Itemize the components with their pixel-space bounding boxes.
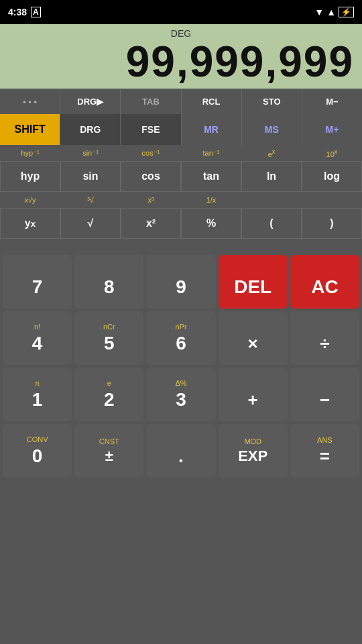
exp-button[interactable]: MOD EXP <box>219 424 288 478</box>
btn-5[interactable]: nCr 5 <box>74 311 143 365</box>
sto-button[interactable]: STO <box>242 89 302 115</box>
sin-inv-label: sin⁻¹ <box>60 149 121 158</box>
rparen-button[interactable]: ) <box>302 208 362 239</box>
drg-arrow-button[interactable]: DRG▶ <box>60 89 121 115</box>
btn-9-main: 9 <box>176 276 186 298</box>
mplus-button[interactable]: M+ <box>302 114 362 145</box>
percent-button[interactable]: % <box>181 208 241 239</box>
btn-1-main: 1 <box>32 389 43 411</box>
plus-main: + <box>248 390 258 411</box>
status-bar: 4:38 A ▼ ▲ ⚡ <box>0 0 362 24</box>
exp-sub: MOD <box>244 437 261 446</box>
ac-main: AC <box>311 276 338 298</box>
numpad-row-4: CONV 0 CNST ± . MOD EXP ANS = <box>3 424 359 478</box>
btn-4-main: 4 <box>32 333 43 354</box>
equals-main: = <box>320 446 330 467</box>
tan-inv-label: tan⁻¹ <box>181 149 241 158</box>
mminus-button[interactable]: M− <box>302 89 362 115</box>
plusminus-sub: CNST <box>99 437 119 446</box>
fse-button[interactable]: FSE <box>121 114 181 145</box>
btn-8-main: 8 <box>104 276 115 298</box>
cos-inv-label: cos⁻¹ <box>121 149 181 158</box>
misc-button-row: yx √ x² % ( ) <box>0 208 362 239</box>
btn-3-main: 3 <box>176 389 186 411</box>
plus-button[interactable]: + <box>219 368 288 421</box>
multiply-main: × <box>248 333 258 354</box>
yx-button[interactable]: yx <box>0 208 60 239</box>
btn-2-sub: e <box>107 378 111 388</box>
tab-button[interactable]: TAB <box>121 89 181 115</box>
del-main: DEL <box>234 276 272 298</box>
signal-icon: ▲ <box>326 7 336 17</box>
btn-0-sub: CONV <box>27 435 48 444</box>
btn-2-main: 2 <box>104 389 115 411</box>
drg-button[interactable]: DRG <box>60 114 121 145</box>
plusminus-button[interactable]: CNST ± <box>74 424 143 478</box>
minus-main: − <box>320 390 330 411</box>
exp-label: ex <box>241 148 302 158</box>
dots-button[interactable]: • • • <box>0 89 60 115</box>
shift-button[interactable]: SHIFT <box>0 114 60 145</box>
equals-sub: ANS <box>317 435 333 445</box>
btn-6[interactable]: nPr 6 <box>146 311 215 365</box>
numpad-row-3: π 1 e 2 Δ% 3 + − <box>3 368 359 421</box>
xsq-button[interactable]: x² <box>121 208 181 239</box>
top-function-row: • • • DRG▶ TAB RCL STO M− <box>0 89 362 114</box>
multiply-button[interactable]: × <box>219 311 288 365</box>
btn-2[interactable]: e 2 <box>74 368 143 421</box>
btn-1-sub: π <box>35 378 40 388</box>
btn-4-sub: n! <box>34 322 40 331</box>
cos-button[interactable]: cos <box>121 161 181 192</box>
numpad-row-2: n! 4 nCr 5 nPr 6 × ÷ <box>3 311 359 365</box>
btn-6-main: 6 <box>176 333 186 354</box>
trig-button-row: hyp sin cos tan ln log <box>0 161 362 192</box>
divide-button[interactable]: ÷ <box>290 311 359 365</box>
rcl-button[interactable]: RCL <box>182 89 242 115</box>
btn-3-sub: Δ% <box>175 378 186 388</box>
btn-6-sub: nPr <box>175 322 186 331</box>
sin-button[interactable]: sin <box>60 161 121 192</box>
btn-1[interactable]: π 1 <box>3 368 72 421</box>
del-button[interactable]: DEL <box>219 255 288 309</box>
mr-button[interactable]: MR <box>182 114 242 145</box>
ms-button[interactable]: MS <box>242 114 302 145</box>
numpad-row-1: 7 8 9 DEL AC <box>3 255 359 309</box>
wifi-icon: ▼ <box>314 7 324 17</box>
ac-button[interactable]: AC <box>290 255 359 309</box>
trig-labels-row: hyp⁻¹ sin⁻¹ cos⁻¹ tan⁻¹ ex 10x <box>0 145 362 161</box>
display-area: DEG 99,999,999 <box>0 24 362 89</box>
lparen-button[interactable]: ( <box>241 208 302 239</box>
display-number: 99,999,999 <box>126 40 354 83</box>
sqrt-button[interactable]: √ <box>60 208 121 239</box>
ten-x-label: 10x <box>302 148 362 158</box>
btn-7-main: 7 <box>32 276 43 298</box>
decimal-button[interactable]: . <box>146 424 215 478</box>
equals-button[interactable]: ANS = <box>290 424 359 478</box>
btn-0-main: 0 <box>32 445 43 467</box>
status-time: 4:38 <box>8 7 27 17</box>
status-a-icon: A <box>31 7 41 17</box>
log-button[interactable]: log <box>302 161 362 192</box>
numpad: 7 8 9 DEL AC n! 4 nCr 5 nPr 6 <box>0 252 362 483</box>
btn-8[interactable]: 8 <box>74 255 143 309</box>
hyp-button[interactable]: hyp <box>0 161 60 192</box>
ln-button[interactable]: ln <box>241 161 302 192</box>
btn-5-sub: nCr <box>103 322 115 331</box>
btn-5-main: 5 <box>104 333 115 354</box>
onex-label: 1/x <box>181 196 241 204</box>
cube-root-label: ³√ <box>60 196 121 204</box>
hyp-inv-label: hyp⁻¹ <box>0 149 60 158</box>
exp-main: EXP <box>238 447 267 465</box>
battery-icon: ⚡ <box>339 7 354 17</box>
plusminus-main: ± <box>105 447 113 465</box>
btn-3[interactable]: Δ% 3 <box>146 368 215 421</box>
tan-button[interactable]: tan <box>181 161 241 192</box>
btn-7[interactable]: 7 <box>3 255 72 309</box>
divide-main: ÷ <box>320 333 329 354</box>
spacer <box>0 239 362 252</box>
btn-9[interactable]: 9 <box>146 255 215 309</box>
minus-button[interactable]: − <box>290 368 359 421</box>
btn-4[interactable]: n! 4 <box>3 311 72 365</box>
misc-labels-row: x√y ³√ x³ 1/x <box>0 192 362 208</box>
btn-0[interactable]: CONV 0 <box>3 424 72 478</box>
